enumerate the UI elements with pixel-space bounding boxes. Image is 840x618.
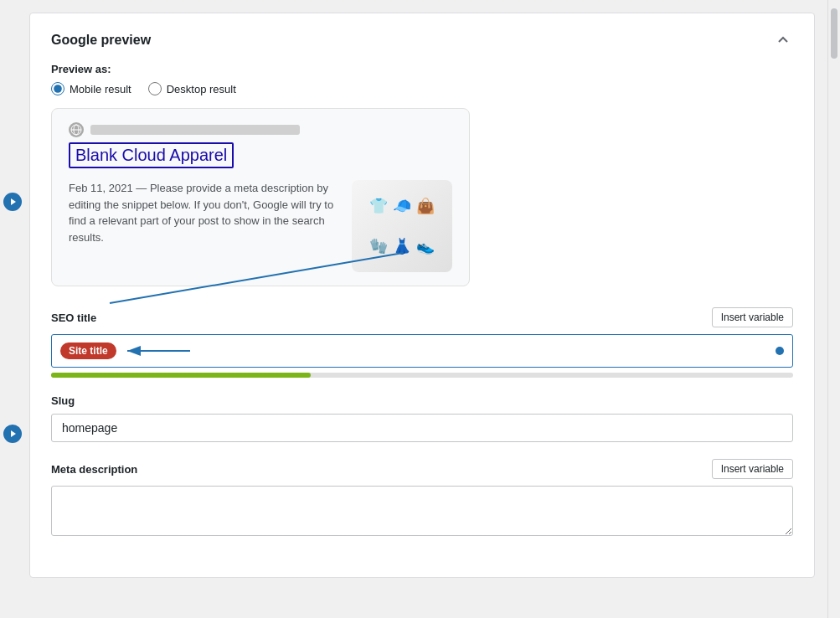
mobile-result-option[interactable]: Mobile result	[51, 82, 131, 95]
seo-title-label: SEO title	[51, 312, 96, 324]
slug-section: Slug	[51, 394, 793, 442]
right-scrollbar[interactable]	[827, 0, 840, 618]
seo-title-toggle[interactable]	[3, 425, 22, 443]
gp-date: Feb 11, 2021	[69, 182, 133, 194]
clothing-item-5: 👗	[393, 237, 411, 255]
slug-input[interactable]	[51, 414, 793, 442]
mobile-radio[interactable]	[51, 82, 64, 95]
gp-dash: —	[136, 182, 150, 194]
preview-section-toggle[interactable]	[3, 193, 22, 211]
site-title-tag: Site title	[60, 342, 116, 359]
clothing-item-6: 👟	[416, 237, 435, 255]
gp-content-row: Feb 11, 2021 — Please provide a meta des…	[69, 180, 452, 272]
clothing-item-1: 👕	[369, 197, 388, 215]
panel-header: Google preview	[51, 30, 793, 50]
meta-description-field-header: Meta description Insert variable	[51, 459, 793, 479]
gp-url-row	[69, 122, 452, 137]
seo-title-progress-fill	[51, 373, 311, 378]
seo-dot	[776, 347, 784, 355]
seo-title-progress-bar	[51, 373, 793, 378]
seo-title-input-wrapper[interactable]: Site title	[51, 334, 793, 368]
desktop-result-option[interactable]: Desktop result	[148, 82, 236, 95]
clothing-item-3: 👜	[416, 197, 435, 215]
meta-description-section: Meta description Insert variable	[51, 459, 793, 539]
seo-title-section: SEO title Insert variable Site title	[51, 307, 793, 378]
seo-title-field-header: SEO title Insert variable	[51, 307, 793, 327]
seo-title-insert-variable-button[interactable]: Insert variable	[712, 307, 793, 327]
arrow-annotation-svg	[123, 339, 198, 363]
gp-image: 👕 🧢 👜 🧤 👗 👟	[352, 180, 452, 272]
page-wrapper: Google preview Preview as: Mobile result	[0, 0, 840, 618]
slug-label: Slug	[51, 394, 75, 407]
clothing-item-2: 🧢	[393, 197, 411, 215]
clothing-item-4: 🧤	[369, 237, 388, 255]
radio-group: Mobile result Desktop result	[51, 82, 793, 95]
desktop-radio[interactable]	[148, 82, 162, 95]
gp-image-inner: 👕 🧢 👜 🧤 👗 👟	[352, 180, 452, 272]
scrollbar-thumb[interactable]	[831, 8, 837, 59]
meta-description-insert-variable-button[interactable]: Insert variable	[712, 459, 793, 479]
collapse-button[interactable]	[773, 30, 793, 50]
preview-as-section: Preview as: Mobile result Desktop result	[51, 63, 793, 95]
panel-title: Google preview	[51, 33, 151, 48]
gp-url-bar	[90, 125, 300, 135]
gp-title[interactable]: Blank Cloud Apparel	[69, 142, 234, 168]
preview-as-label: Preview as:	[51, 63, 793, 75]
gp-description: Feb 11, 2021 — Please provide a meta des…	[69, 180, 339, 245]
globe-icon	[69, 122, 84, 137]
google-preview-box: Blank Cloud Apparel Feb 11, 2021 — Pleas…	[51, 108, 470, 286]
meta-description-input[interactable]	[51, 486, 793, 536]
main-content: Google preview Preview as: Mobile result	[25, 0, 827, 618]
slug-field-header: Slug	[51, 394, 793, 407]
google-preview-panel: Google preview Preview as: Mobile result	[29, 13, 815, 578]
meta-description-label: Meta description	[51, 463, 137, 476]
